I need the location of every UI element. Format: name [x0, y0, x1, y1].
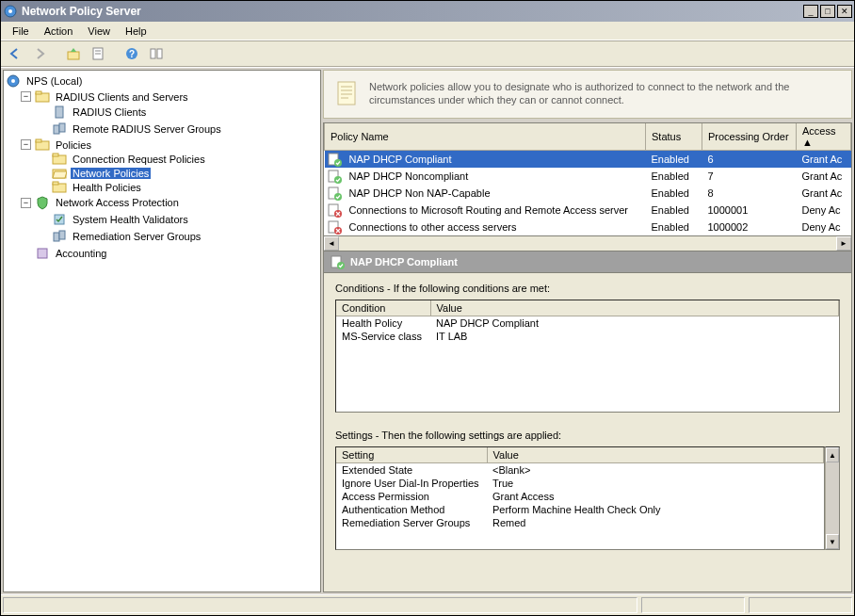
tree-connection-request[interactable]: Connection Request Policies [4, 152, 320, 166]
show-hide-button[interactable] [146, 43, 167, 64]
svg-rect-28 [338, 82, 355, 105]
col-access[interactable]: Access ▲ [797, 123, 851, 151]
col-condition[interactable]: Condition [336, 300, 430, 316]
vertical-scrollbar[interactable]: ▲ ▼ [825, 446, 840, 550]
close-button[interactable]: ✕ [837, 5, 852, 18]
svg-rect-16 [59, 123, 65, 132]
policy-row[interactable]: NAP DHCP NoncompliantEnabled7Grant Ac [325, 168, 851, 185]
help-button[interactable]: ? [121, 43, 142, 64]
policy-icon [330, 254, 345, 269]
tree-shv[interactable]: System Health Validators [4, 211, 320, 228]
statusbar [1, 594, 854, 615]
status-cell [749, 597, 852, 613]
policy-row[interactable]: Connections to other access serversEnabl… [325, 219, 851, 235]
svg-rect-2 [68, 52, 79, 59]
collapse-icon[interactable]: − [21, 91, 31, 102]
svg-rect-18 [36, 139, 41, 142]
toolbar: ? [1, 41, 854, 67]
settings-label: Settings - Then the following settings a… [335, 430, 840, 441]
col-value[interactable]: Value [487, 447, 824, 463]
scroll-down-icon[interactable]: ▼ [826, 534, 839, 549]
tree-radius-clients[interactable]: RADIUS Clients [4, 104, 320, 121]
menubar: File Action View Help [1, 22, 854, 41]
menu-help[interactable]: Help [118, 24, 154, 39]
policy-access-cell: Deny Ac [797, 202, 851, 219]
collapse-icon[interactable]: − [21, 139, 31, 150]
status-cell [641, 597, 745, 613]
setting-row[interactable]: Authentication MethodPerform Machine Hea… [336, 503, 824, 516]
settings-box[interactable]: Setting Value Extended State<Blank>Ignor… [335, 446, 825, 550]
policy-name-cell: Connections to other access servers [344, 219, 646, 235]
svg-point-1 [8, 9, 12, 13]
condition-row[interactable]: Health PolicyNAP DHCP Compliant [336, 316, 839, 331]
col-processing-order[interactable]: Processing Order [702, 123, 797, 151]
tree-policies[interactable]: − Policies [4, 138, 320, 152]
tree-root-nps[interactable]: NPS (Local) [4, 73, 320, 89]
policy-list[interactable]: Policy Name Status Processing Order Acce… [323, 122, 852, 236]
back-button[interactable] [5, 43, 25, 64]
tree-accounting[interactable]: Accounting [4, 245, 320, 262]
policy-status-icon [325, 151, 344, 169]
policy-name-cell: NAP DHCP Compliant [344, 151, 646, 169]
policy-header-row[interactable]: Policy Name Status Processing Order Acce… [325, 123, 851, 151]
content-area: NPS (Local) − RADIUS Clients and Servers… [1, 67, 854, 594]
svg-rect-15 [54, 125, 59, 134]
policy-order-cell: 7 [702, 168, 797, 185]
setting-row[interactable]: Remediation Server GroupsRemed [336, 516, 824, 529]
scroll-left-icon[interactable]: ◄ [324, 236, 339, 251]
tree-network-policies[interactable]: Network Policies [4, 166, 320, 180]
detail-title: NAP DHCP Compliant [350, 256, 458, 267]
detail-pane: Network policies allow you to designate … [323, 70, 852, 592]
policy-access-cell: Grant Ac [797, 151, 851, 169]
condition-row[interactable]: MS-Service classIT LAB [336, 330, 839, 343]
svg-rect-26 [59, 231, 65, 239]
col-policy-name[interactable]: Policy Name [325, 123, 646, 151]
server-group-icon [52, 229, 67, 244]
svg-rect-25 [54, 233, 59, 241]
tree-radius-parent[interactable]: − RADIUS Clients and Servers [4, 89, 320, 104]
scroll-up-icon[interactable]: ▲ [826, 447, 839, 462]
col-setting[interactable]: Setting [336, 447, 487, 463]
accounting-icon [35, 246, 50, 261]
policy-name-cell: NAP DHCP Noncompliant [344, 168, 646, 185]
horizontal-scrollbar[interactable]: ◄ ► [323, 236, 852, 251]
collapse-icon[interactable]: − [21, 198, 31, 208]
policy-status-cell: Enabled [646, 151, 702, 169]
minimize-button[interactable]: _ [803, 5, 818, 18]
setting-row[interactable]: Extended State<Blank> [336, 463, 824, 478]
forward-button[interactable] [29, 43, 50, 64]
tree-pane[interactable]: NPS (Local) − RADIUS Clients and Servers… [3, 70, 321, 592]
col-value[interactable]: Value [430, 300, 839, 316]
tree-nap[interactable]: − Network Access Protection [4, 194, 320, 211]
col-status[interactable]: Status [646, 123, 702, 151]
svg-rect-9 [157, 49, 162, 58]
maximize-button[interactable]: □ [820, 5, 835, 18]
policy-status-icon [325, 202, 344, 219]
svg-rect-20 [53, 154, 58, 156]
tree-rsg[interactable]: Remediation Server Groups [4, 228, 320, 245]
policy-status-icon [325, 185, 344, 202]
detail-body: Conditions - If the following conditions… [323, 273, 852, 592]
tree-health-policies[interactable]: Health Policies [4, 180, 320, 194]
tree-remote-radius[interactable]: Remote RADIUS Server Groups [4, 121, 320, 138]
policy-order-cell: 8 [702, 185, 797, 202]
conditions-box[interactable]: Condition Value Health PolicyNAP DHCP Co… [335, 300, 840, 413]
up-button[interactable] [63, 43, 84, 64]
policy-row[interactable]: NAP DHCP CompliantEnabled6Grant Ac [325, 151, 851, 169]
policy-row[interactable]: NAP DHCP Non NAP-CapableEnabled8Grant Ac [325, 185, 851, 202]
menu-action[interactable]: Action [37, 24, 81, 39]
policy-status-cell: Enabled [646, 219, 702, 235]
properties-button[interactable] [88, 43, 108, 64]
folder-icon [52, 181, 67, 193]
policy-status-cell: Enabled [646, 202, 702, 219]
scroll-right-icon[interactable]: ► [836, 236, 851, 251]
policy-row[interactable]: Connections to Microsoft Routing and Rem… [325, 202, 851, 219]
titlebar[interactable]: Network Policy Server _ □ ✕ [1, 1, 854, 22]
policy-order-cell: 6 [702, 151, 797, 169]
svg-rect-27 [38, 249, 47, 258]
setting-row[interactable]: Access PermissionGrant Access [336, 490, 824, 503]
menu-view[interactable]: View [80, 24, 118, 39]
menu-file[interactable]: File [5, 24, 37, 39]
conditions-label: Conditions - If the following conditions… [335, 283, 840, 294]
setting-row[interactable]: Ignore User Dial-In PropertiesTrue [336, 477, 824, 490]
